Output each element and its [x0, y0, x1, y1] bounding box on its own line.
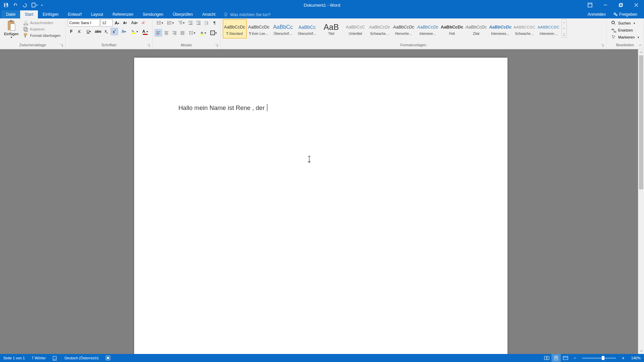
justify-button[interactable] [179, 29, 186, 37]
text-effects-button[interactable]: A▾ [119, 28, 129, 35]
underline-button[interactable]: U▾ [84, 28, 94, 35]
style-item-13[interactable]: AABBCCDCIntensiver… [537, 19, 561, 39]
line-spacing-button[interactable]: ▾ [187, 29, 197, 37]
styles-launcher[interactable] [600, 44, 605, 48]
proofing-status[interactable] [49, 354, 61, 362]
signin-link[interactable]: Anmelden [584, 10, 609, 18]
document-area[interactable]: Hallo mein Name ist Rene , der [0, 49, 638, 354]
style-item-11[interactable]: AaBbCcDcIntensives… [488, 19, 513, 39]
tab-mailings[interactable]: Sendungen [138, 10, 168, 18]
grow-font-button[interactable]: A▴ [113, 19, 121, 26]
style-item-9[interactable]: AaBbCcDcFett [440, 19, 464, 39]
copy-button[interactable]: Kopieren [22, 26, 62, 32]
style-item-4[interactable]: AaBTitel [319, 19, 343, 39]
shrink-font-button[interactable]: A▾ [121, 19, 129, 26]
numbering-button[interactable]: 123▾ [165, 19, 175, 26]
zoom-level[interactable]: 140% [628, 356, 644, 360]
tab-design[interactable]: Entwurf [63, 10, 87, 18]
styles-row-down[interactable] [562, 25, 567, 32]
print-layout-button[interactable] [551, 354, 561, 362]
close-button[interactable] [629, 0, 644, 10]
minimize-button[interactable] [598, 0, 613, 10]
maximize-button[interactable] [613, 0, 629, 10]
decrease-indent-button[interactable] [187, 19, 194, 26]
save-button[interactable] [2, 1, 10, 9]
style-item-0[interactable]: AaBbCcDc¶ Standard [223, 19, 247, 39]
font-size-combo[interactable] [101, 19, 113, 26]
change-case-button[interactable]: Aa▾ [129, 19, 140, 26]
scroll-thumb[interactable] [639, 55, 643, 189]
strikethrough-button[interactable]: abc [95, 28, 102, 35]
zoom-slider-thumb[interactable] [602, 356, 604, 360]
replace-button[interactable]: abacErsetzen [609, 27, 635, 34]
undo-button[interactable] [11, 1, 19, 9]
align-left-button[interactable] [155, 29, 162, 37]
tab-layout[interactable]: Layout [86, 10, 108, 18]
tab-file[interactable]: Datei [1, 10, 20, 18]
increase-indent-button[interactable] [195, 19, 202, 26]
read-mode-button[interactable] [542, 354, 551, 362]
tab-start[interactable]: Start [20, 10, 38, 18]
font-launcher[interactable] [146, 44, 151, 48]
tab-view[interactable]: Ansicht [198, 10, 220, 18]
style-item-6[interactable]: AaBbCcDcSchwache… [368, 19, 392, 39]
highlight-button[interactable]: ▾ [129, 28, 140, 35]
style-item-3[interactable]: AaBbCcÜberschrif… [295, 19, 319, 39]
font-name-combo[interactable] [68, 19, 100, 26]
shading-button[interactable]: ▾ [198, 29, 208, 37]
superscript-button[interactable]: x² [111, 28, 118, 35]
zoom-out-button[interactable]: − [570, 354, 580, 362]
redo-button[interactable] [21, 1, 29, 9]
style-item-10[interactable]: AaBbCcDcZitat [464, 19, 488, 39]
scroll-down-button[interactable] [638, 348, 644, 354]
share-button[interactable]: Freigeben [610, 10, 641, 18]
page-number-status[interactable]: Seite 1 von 1 [0, 354, 28, 362]
macro-status[interactable] [102, 354, 114, 362]
language-status[interactable]: Deutsch (Österreich) [61, 354, 102, 362]
sort-button[interactable]: AZ [203, 19, 210, 26]
find-button[interactable]: Suchen▾ [609, 20, 637, 26]
style-item-8[interactable]: AaBbCcDcIntensive… [416, 19, 440, 39]
borders-button[interactable]: ▾ [208, 29, 218, 37]
touch-mode-button[interactable]: ▾ [30, 1, 38, 9]
spelling-error[interactable]: Rene , [236, 104, 254, 111]
zoom-in-button[interactable]: + [619, 354, 628, 362]
align-center-button[interactable] [163, 29, 170, 37]
show-marks-button[interactable]: ¶ [211, 19, 218, 26]
styles-more[interactable] [562, 32, 567, 38]
align-right-button[interactable] [171, 29, 178, 37]
qat-customize-button[interactable]: ▾ [40, 1, 44, 9]
page[interactable]: Hallo mein Name ist Rene , der [134, 58, 507, 354]
clear-formatting-button[interactable]: A [140, 19, 148, 26]
style-item-5[interactable]: AaBbCcCUntertitel [343, 19, 368, 39]
bold-button[interactable]: F [68, 28, 75, 35]
web-layout-button[interactable] [561, 354, 570, 362]
collapse-ribbon-button[interactable] [638, 43, 643, 48]
style-item-7[interactable]: AaBbCcDcHervorhe… [392, 19, 416, 39]
tab-review[interactable]: Überprüfen [168, 10, 198, 18]
vertical-scrollbar[interactable] [638, 49, 644, 354]
document-text[interactable]: Hallo mein Name ist Rene , der [178, 104, 267, 112]
tell-me-search[interactable]: Was möchten Sie tun? [220, 11, 274, 18]
paragraph-launcher[interactable] [214, 44, 219, 48]
italic-button[interactable]: K [76, 28, 83, 35]
tab-references[interactable]: Referenzen [108, 10, 138, 18]
styles-row-up[interactable] [562, 19, 567, 25]
paste-button[interactable]: Einfügen ▾ [2, 19, 20, 40]
zoom-slider[interactable] [582, 358, 616, 359]
ribbon-options-button[interactable] [582, 0, 598, 10]
tab-insert[interactable]: Einfügen [38, 10, 63, 18]
font-color-button[interactable]: A▾ [140, 28, 150, 35]
bullets-button[interactable]: ▾ [155, 19, 165, 26]
style-item-2[interactable]: AaBbCcÜberschrif… [271, 19, 295, 39]
clipboard-launcher[interactable] [59, 44, 64, 48]
subscript-button[interactable]: x₂ [103, 28, 110, 35]
multilevel-button[interactable]: ▾ [176, 19, 186, 26]
word-count-status[interactable]: 7 Wörter [28, 354, 49, 362]
cut-button[interactable]: Ausschneiden [22, 20, 62, 26]
select-button[interactable]: Markieren▾ [609, 34, 641, 41]
format-painter-button[interactable]: Format übertragen [22, 33, 62, 39]
style-item-1[interactable]: AaBbCcDc¶ Kein Lee… [247, 19, 271, 39]
style-item-12[interactable]: AABBCCDCSchwache… [513, 19, 537, 39]
scroll-up-button[interactable] [638, 49, 644, 55]
